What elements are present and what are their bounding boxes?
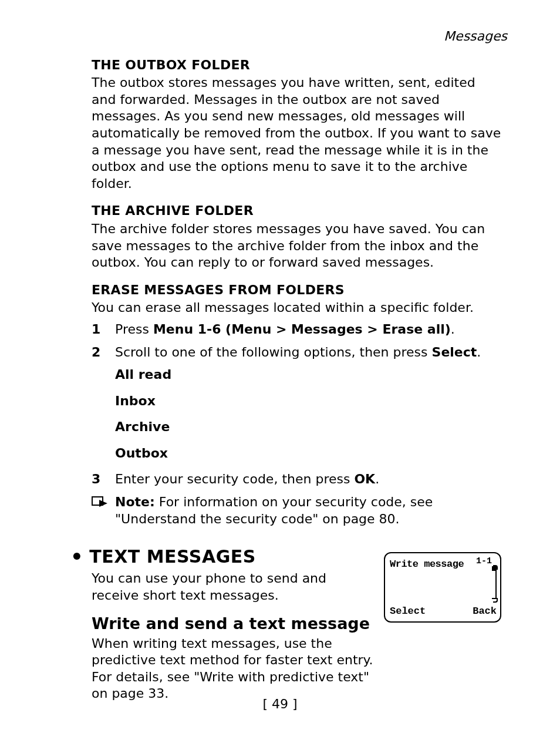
note-content: Note: For information on your security c… xyxy=(115,494,501,527)
note-row: Note: For information on your security c… xyxy=(92,494,501,527)
option-all-read: All read xyxy=(115,366,501,384)
archive-folder-title: THE ARCHIVE FOLDER xyxy=(92,203,501,220)
text-messages-left: • TEXT MESSAGES You can use your phone t… xyxy=(59,545,384,702)
option-inbox: Inbox xyxy=(115,393,501,410)
list-item: 3 Enter your security code, then press O… xyxy=(92,471,501,488)
page-number: [ 49 ] xyxy=(0,696,560,713)
phone-screen-index: 1-1 xyxy=(476,556,492,567)
note-icon xyxy=(92,494,115,527)
erase-options: All read Inbox Archive Outbox xyxy=(115,366,501,462)
step2-pre: Scroll to one of the following options, … xyxy=(115,345,432,359)
step2-bold: Select xyxy=(432,345,477,359)
text-messages-title: TEXT MESSAGES xyxy=(89,545,256,568)
text-messages-heading: • TEXT MESSAGES xyxy=(70,545,373,568)
write-send-body: When writing text messages, use the pred… xyxy=(92,636,373,702)
step1-pre: Press xyxy=(115,322,153,337)
phone-scrollbar-cap-top xyxy=(493,565,498,570)
step3-post: . xyxy=(375,472,379,486)
outbox-folder-body: The outbox stores messages you have writ… xyxy=(92,75,501,192)
list-item: 2 Scroll to one of the following options… xyxy=(92,344,501,361)
erase-steps-list-cont: 3 Enter your security code, then press O… xyxy=(92,471,501,488)
note-body: For information on your security code, s… xyxy=(115,495,433,526)
step3-pre: Enter your security code, then press xyxy=(115,472,354,486)
step-number: 2 xyxy=(92,344,115,361)
phone-scrollbar-cap-bottom xyxy=(493,598,498,603)
manual-page: Messages THE OUTBOX FOLDER The outbox st… xyxy=(0,0,560,733)
text-messages-section: • TEXT MESSAGES You can use your phone t… xyxy=(59,545,501,702)
step-number: 1 xyxy=(92,321,115,338)
phone-scrollbar xyxy=(495,566,497,599)
erase-intro: You can erase all messages located withi… xyxy=(92,300,501,317)
running-header: Messages xyxy=(59,28,507,45)
phone-screen-wrap: Write message 1-1 Select Back xyxy=(384,552,501,623)
list-item: 1 Press Menu 1-6 (Menu > Messages > Eras… xyxy=(92,321,501,338)
bullet-icon: • xyxy=(70,547,83,567)
step-number: 3 xyxy=(92,471,115,488)
step-content: Press Menu 1-6 (Menu > Messages > Erase … xyxy=(115,321,501,338)
archive-folder-body: The archive folder stores messages you h… xyxy=(92,221,501,271)
step-content: Enter your security code, then press OK. xyxy=(115,471,501,488)
note-label: Note: xyxy=(115,495,155,509)
phone-screen-title: Write message xyxy=(390,558,464,571)
softkey-left: Select xyxy=(390,605,426,618)
step2-post: . xyxy=(477,345,481,359)
step1-bold: Menu 1-6 (Menu > Messages > Erase all) xyxy=(153,322,451,337)
step-content: Scroll to one of the following options, … xyxy=(115,344,501,361)
option-archive: Archive xyxy=(115,419,501,436)
step1-post: . xyxy=(451,322,455,337)
erase-steps-list: 1 Press Menu 1-6 (Menu > Messages > Eras… xyxy=(92,321,501,361)
phone-screen: Write message 1-1 Select Back xyxy=(384,552,501,623)
outbox-folder-title: THE OUTBOX FOLDER xyxy=(92,57,501,74)
step3-bold: OK xyxy=(354,472,375,486)
erase-title: ERASE MESSAGES FROM FOLDERS xyxy=(92,282,501,299)
text-messages-intro: You can use your phone to send and recei… xyxy=(92,570,373,604)
softkey-right: Back xyxy=(473,605,497,618)
write-send-heading: Write and send a text message xyxy=(92,613,373,634)
option-outbox: Outbox xyxy=(115,445,501,462)
